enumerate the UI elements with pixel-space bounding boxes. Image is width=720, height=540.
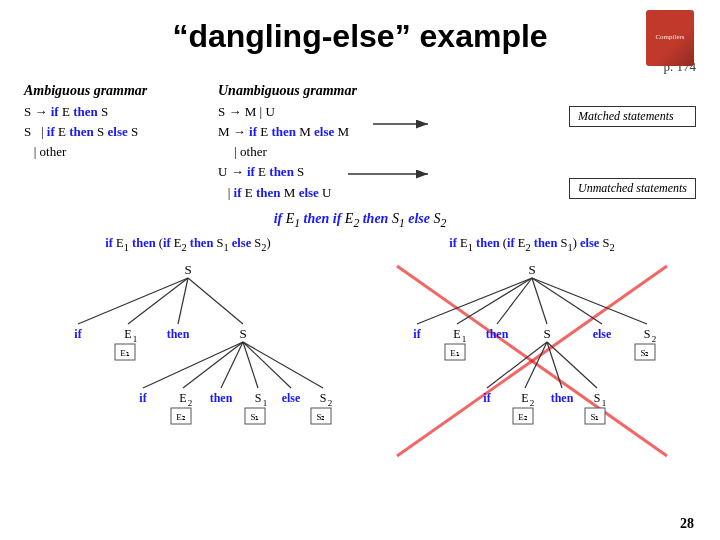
svg-text:then: then xyxy=(551,391,574,405)
page-title: “dangling-else” example xyxy=(24,18,696,55)
svg-line-4 xyxy=(78,278,188,324)
page-ref: p. 174 xyxy=(24,59,696,75)
svg-line-44 xyxy=(532,278,647,324)
matched-badge: Matched statements xyxy=(569,106,696,127)
right-tree-svg: S if E 1 then S else S 2 xyxy=(387,256,677,466)
keyword-then-u2: then xyxy=(256,185,281,200)
svg-text:E: E xyxy=(453,327,460,341)
ambiguous-rules: S → if E then S S | if E then S else S |… xyxy=(24,102,194,162)
svg-text:then: then xyxy=(167,327,190,341)
center-statement: if E1 then if E2 then S1 else S2 xyxy=(24,211,696,230)
keyword-if-1: if xyxy=(51,104,59,119)
svg-text:S: S xyxy=(255,391,262,405)
keyword-if-2: if xyxy=(47,124,55,139)
book-thumbnail: Com­pilers xyxy=(646,10,694,66)
svg-text:2: 2 xyxy=(530,398,535,408)
svg-text:2: 2 xyxy=(188,398,193,408)
parse-section: if E1 then (if E2 then S1 else S2) S if … xyxy=(24,236,696,467)
keyword-then-u1: then xyxy=(269,164,294,179)
svg-line-15 xyxy=(221,342,243,388)
svg-line-13 xyxy=(143,342,243,388)
keyword-if-u1: if xyxy=(247,164,255,179)
keyword-then-m1: then xyxy=(271,124,296,139)
left-parse-box: if E1 then (if E2 then S1 else S2) S if … xyxy=(24,236,352,467)
svg-text:else: else xyxy=(593,327,612,341)
svg-text:if: if xyxy=(74,327,82,341)
svg-text:S₂: S₂ xyxy=(640,348,649,358)
page: Com­pilers “dangling-else” example p. 17… xyxy=(0,0,720,540)
svg-line-42 xyxy=(532,278,547,324)
ambiguous-grammar: Ambiguous grammar S → if E then S S | if… xyxy=(24,83,194,203)
keyword-else-1: else xyxy=(108,124,128,139)
svg-text:S: S xyxy=(644,327,651,341)
svg-text:then: then xyxy=(210,391,233,405)
keyword-then-2: then xyxy=(69,124,94,139)
keyword-else-u2: else xyxy=(299,185,319,200)
svg-text:S: S xyxy=(594,391,601,405)
keyword-else-m1: else xyxy=(314,124,334,139)
unambiguous-rules: S → M | U M → if E then M else M | other… xyxy=(218,102,349,203)
svg-text:E₁: E₁ xyxy=(120,348,130,358)
grammar-section: Ambiguous grammar S → if E then S S | if… xyxy=(24,83,696,203)
svg-text:S: S xyxy=(184,262,191,277)
keyword-if-u2: if xyxy=(234,185,242,200)
svg-text:E: E xyxy=(179,391,186,405)
svg-text:if: if xyxy=(413,327,421,341)
left-parse-label: if E1 then (if E2 then S1 else S2) xyxy=(24,236,352,253)
svg-text:then: then xyxy=(486,327,509,341)
svg-text:S₁: S₁ xyxy=(250,412,259,422)
svg-text:1: 1 xyxy=(263,398,268,408)
svg-text:if: if xyxy=(483,391,491,405)
svg-text:2: 2 xyxy=(328,398,333,408)
keyword-then-1: then xyxy=(73,104,98,119)
keyword-if-m1: if xyxy=(249,124,257,139)
svg-text:S₁: S₁ xyxy=(590,412,599,422)
svg-text:E₂: E₂ xyxy=(176,412,186,422)
unambiguous-grammar: Unambiguous grammar S → M | U M → if E t… xyxy=(218,83,696,203)
svg-text:if: if xyxy=(139,391,147,405)
svg-text:S₂: S₂ xyxy=(316,412,325,422)
svg-text:E: E xyxy=(124,327,131,341)
svg-text:E₂: E₂ xyxy=(518,412,528,422)
svg-text:E: E xyxy=(521,391,528,405)
svg-text:S: S xyxy=(320,391,327,405)
ambiguous-title: Ambiguous grammar xyxy=(24,83,194,99)
svg-text:S: S xyxy=(528,262,535,277)
svg-text:1: 1 xyxy=(133,334,138,344)
svg-text:S: S xyxy=(543,326,550,341)
svg-text:2: 2 xyxy=(652,334,657,344)
unambiguous-title: Unambiguous grammar xyxy=(218,83,696,99)
right-parse-label: if E1 then (if E2 then S1) else S2 xyxy=(368,236,696,253)
left-tree-svg: S if E 1 then S if xyxy=(43,256,333,466)
svg-line-40 xyxy=(457,278,532,324)
svg-line-43 xyxy=(532,278,602,324)
unmatched-badge: Unmatched statements xyxy=(569,178,696,199)
svg-line-7 xyxy=(188,278,243,324)
svg-text:S: S xyxy=(239,326,246,341)
svg-text:1: 1 xyxy=(602,398,607,408)
svg-text:1: 1 xyxy=(462,334,467,344)
svg-text:E₁: E₁ xyxy=(450,348,460,358)
svg-text:else: else xyxy=(282,391,301,405)
page-number: 28 xyxy=(680,516,694,532)
right-parse-box: if E1 then (if E2 then S1) else S2 S if … xyxy=(368,236,696,467)
unambiguous-inner: S → M | U M → if E then M else M | other… xyxy=(218,102,696,203)
